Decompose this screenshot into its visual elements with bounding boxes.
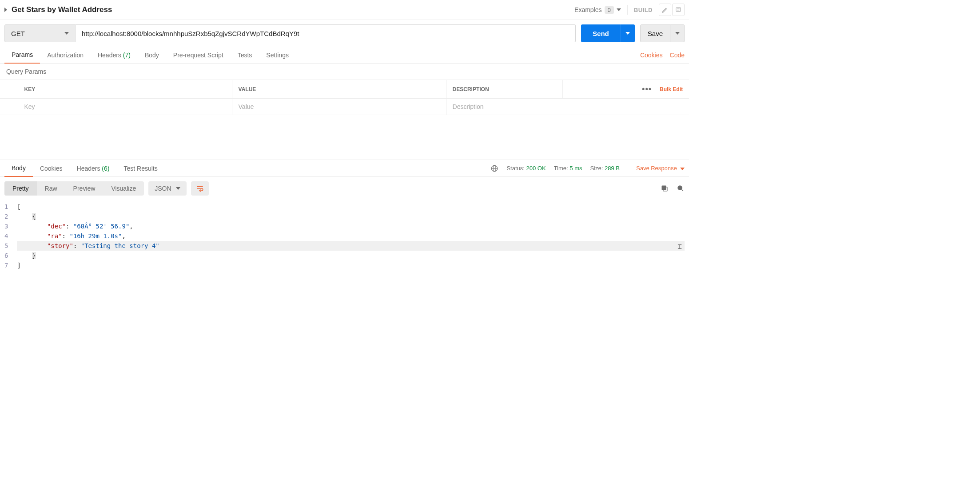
- view-preview[interactable]: Preview: [65, 181, 104, 196]
- chevron-down-icon: [617, 8, 621, 11]
- chevron-down-icon: [680, 168, 685, 170]
- resp-tab-headers-label: Headers: [77, 165, 100, 172]
- tab-settings[interactable]: Settings: [259, 47, 296, 63]
- http-method-value: GET: [11, 30, 25, 37]
- examples-dropdown[interactable]: Examples 0: [574, 6, 621, 14]
- send-dropdown[interactable]: [621, 24, 635, 42]
- edit-icon[interactable]: [659, 4, 671, 16]
- line-gutter: 1 2 3 4 5 6 7: [4, 202, 17, 270]
- build-button[interactable]: BUILD: [634, 7, 653, 13]
- col-key: KEY: [18, 80, 232, 99]
- col-checkbox: [0, 80, 18, 99]
- globe-icon[interactable]: [490, 164, 498, 172]
- tab-body[interactable]: Body: [138, 47, 166, 63]
- status-block: Status: 200 OK: [506, 165, 546, 172]
- tab-authorization[interactable]: Authorization: [40, 47, 91, 63]
- size-block: Size: 289 B: [590, 165, 620, 172]
- param-desc-input[interactable]: [453, 103, 683, 110]
- request-header: Get Stars by Wallet Address Examples 0 B…: [0, 0, 689, 20]
- chevron-down-icon: [176, 187, 180, 190]
- cookies-link[interactable]: Cookies: [640, 52, 663, 59]
- cursor-icon: ⌶: [677, 242, 682, 252]
- url-input[interactable]: [76, 24, 576, 42]
- params-row: [0, 99, 689, 115]
- params-table: KEY VALUE DESCRIPTION ••• Bulk Edit: [0, 80, 689, 115]
- resp-tab-cookies[interactable]: Cookies: [33, 160, 70, 176]
- search-icon[interactable]: [677, 184, 685, 192]
- bulk-edit-link[interactable]: Bulk Edit: [660, 86, 683, 92]
- col-description: DESCRIPTION: [446, 80, 562, 99]
- divider: [627, 5, 628, 15]
- format-select[interactable]: JSON: [148, 181, 186, 196]
- send-button[interactable]: Send: [581, 24, 621, 42]
- format-value: JSON: [155, 185, 171, 192]
- col-actions: ••• Bulk Edit: [562, 80, 689, 99]
- chevron-down-icon: [675, 32, 680, 35]
- tab-params[interactable]: Params: [4, 47, 40, 64]
- svg-rect-0: [676, 8, 681, 11]
- examples-label: Examples: [574, 6, 602, 13]
- save-button[interactable]: Save: [640, 24, 670, 42]
- save-dropdown[interactable]: [670, 24, 685, 42]
- comment-icon[interactable]: [672, 4, 685, 16]
- request-bar: GET Send Save: [0, 20, 689, 47]
- response-tabs: Body Cookies Headers (6) Test Results St…: [0, 160, 689, 177]
- resp-tab-body[interactable]: Body: [4, 160, 33, 177]
- http-method-select[interactable]: GET: [4, 24, 76, 42]
- param-value-input[interactable]: [239, 103, 440, 110]
- tab-headers[interactable]: Headers (7): [91, 47, 138, 63]
- tab-tests[interactable]: Tests: [231, 47, 259, 63]
- collapse-caret-icon[interactable]: [4, 8, 7, 12]
- tab-headers-count: (7): [123, 52, 131, 59]
- svg-rect-8: [662, 186, 666, 190]
- code-link[interactable]: Code: [670, 52, 685, 59]
- resp-tab-headers-count: (6): [102, 165, 109, 172]
- chevron-down-icon: [64, 32, 69, 35]
- view-mode-tabs: Pretty Raw Preview Visualize: [4, 181, 144, 196]
- col-value: VALUE: [232, 80, 446, 99]
- time-block: Time: 5 ms: [554, 165, 582, 172]
- param-key-input[interactable]: [24, 103, 226, 110]
- request-title: Get Stars by Wallet Address: [12, 5, 574, 14]
- wrap-lines-button[interactable]: [191, 181, 209, 196]
- resp-tab-test-results[interactable]: Test Results: [116, 160, 164, 176]
- code-content: [ { "dec": "68Â° 52' 56.9", "ra": "16h 2…: [17, 202, 685, 270]
- save-response-dropdown[interactable]: Save Response: [636, 165, 685, 172]
- tab-prerequest[interactable]: Pre-request Script: [166, 47, 231, 63]
- view-pretty[interactable]: Pretty: [4, 181, 37, 196]
- response-body[interactable]: 1 2 3 4 5 6 7 [ { "dec": "68Â° 52' 56.9"…: [0, 200, 689, 279]
- request-tabs: Params Authorization Headers (7) Body Pr…: [0, 47, 689, 64]
- view-raw[interactable]: Raw: [37, 181, 65, 196]
- query-params-title: Query Params: [0, 64, 689, 80]
- divider: [628, 164, 628, 173]
- more-options-icon[interactable]: •••: [642, 84, 652, 94]
- svg-line-10: [681, 189, 683, 191]
- copy-icon[interactable]: [661, 184, 669, 192]
- view-visualize[interactable]: Visualize: [103, 181, 144, 196]
- svg-point-9: [678, 186, 682, 190]
- resp-tab-headers[interactable]: Headers (6): [70, 160, 117, 176]
- chevron-down-icon: [625, 32, 630, 35]
- tab-headers-label: Headers: [98, 52, 121, 59]
- response-view-bar: Pretty Raw Preview Visualize JSON: [0, 177, 689, 200]
- examples-count-badge: 0: [605, 6, 614, 14]
